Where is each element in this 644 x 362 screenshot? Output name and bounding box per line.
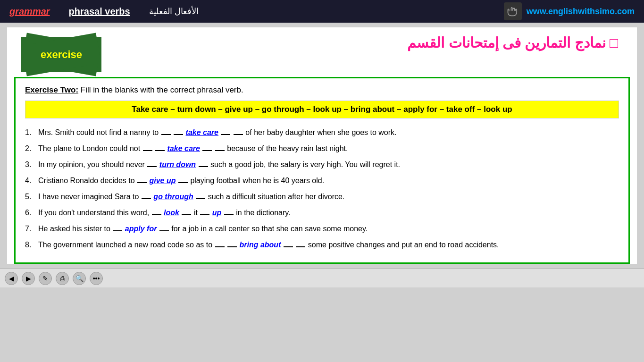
nav-forward-button[interactable]: ▶ (22, 272, 35, 285)
blank-line (155, 150, 165, 151)
sentence-item: 5. I have never imagined Sara to go thro… (25, 191, 619, 202)
exercise-instruction: Exercise Two: Fill in the blanks with th… (25, 85, 619, 95)
blank-line (182, 214, 191, 215)
blank-line (174, 134, 183, 135)
nav-zoom-button[interactable]: 🔍 (73, 272, 86, 285)
blank-line (152, 214, 161, 215)
blank-line (196, 198, 205, 199)
blank-line (284, 246, 293, 247)
sentence-number: 5. (25, 191, 38, 202)
sentence-text: The plane to London could not take care … (38, 143, 619, 154)
blank-line (161, 134, 171, 135)
sentence-number: 7. (25, 223, 38, 235)
header: grammar phrasal verbs الأفعال الفعلية ww… (0, 0, 644, 23)
blank-line (142, 198, 151, 199)
sentence-number: 1. (25, 127, 38, 138)
answer-7: apply for (125, 225, 157, 233)
website-label: www.englishwithsimo.com (527, 7, 635, 17)
arabic-title-text: نمادج التمارين فى إمتحانات القسم (407, 35, 605, 51)
website-brand: englishwithsimo (548, 7, 615, 16)
grammar-label: grammar (9, 6, 50, 17)
blank-line (224, 214, 234, 215)
exercise-badge-container: exercise (21, 37, 101, 72)
answer-5: go through (153, 193, 193, 201)
sentence-text: Mrs. Smith could not find a nanny to tak… (38, 127, 619, 138)
header-right: www.englishwithsimo.com (504, 2, 635, 20)
answer-3: turn down (159, 160, 196, 168)
sentence-text: He asked his sister to apply for for a j… (38, 223, 619, 235)
website-suffix: .com (615, 7, 635, 16)
phrasal-label: phrasal verbs (69, 6, 130, 17)
logo-icon (504, 2, 522, 20)
answer-4: give up (149, 177, 176, 185)
exercise-badge-label: exercise (21, 37, 101, 72)
sentence-number: 6. (25, 207, 38, 219)
exercise-section-header: exercise □ نمادج التمارين فى إمتحانات ال… (7, 27, 637, 75)
nav-back-button[interactable]: ◀ (5, 272, 18, 285)
blank-line (202, 150, 212, 151)
sentence-item: 2. The plane to London could not take ca… (25, 143, 619, 154)
bottom-nav-bar: ◀ ▶ ✎ ⎙ 🔍 ••• (0, 269, 644, 287)
answer-6b: up (212, 209, 222, 217)
sentence-text: The government launched a new road code … (38, 239, 619, 251)
arabic-topic-label: الأفعال الفعلية (149, 6, 199, 17)
sentence-number: 4. (25, 175, 38, 186)
blank-line (143, 150, 152, 151)
blank-line (227, 246, 237, 247)
sentence-number: 8. (25, 239, 38, 251)
blank-line (221, 134, 230, 135)
sentence-text: Cristiano Ronaldo decides to give up pla… (38, 175, 619, 186)
exercise-badge: exercise (21, 37, 101, 72)
header-left: grammar phrasal verbs الأفعال الفعلية (9, 6, 199, 17)
blank-line (199, 166, 208, 167)
sentence-item: 6. If you don't understand this word, lo… (25, 207, 619, 219)
answer-1: take care (186, 128, 218, 136)
exercise-instruction-text: Fill in the blanks with the correct phra… (81, 85, 243, 94)
word-bank: Take care – turn down – give up – go thr… (25, 101, 619, 118)
answer-2: take care (167, 144, 200, 152)
blank-line (159, 230, 169, 231)
main-content: exercise □ نمادج التمارين فى إمتحانات ال… (7, 27, 637, 264)
sentence-item: 1. Mrs. Smith could not find a nanny to … (25, 127, 619, 138)
checkbox-symbol: □ (610, 35, 618, 51)
blank-line (113, 230, 122, 231)
sentence-number: 3. (25, 159, 38, 170)
answer-6a: look (164, 209, 179, 217)
blank-line (178, 182, 188, 183)
blank-line (147, 166, 157, 167)
exercise-box: Exercise Two: Fill in the blanks with th… (14, 77, 630, 264)
answer-8: bring about (239, 241, 281, 249)
blank-line (200, 214, 209, 215)
sentence-item: 4. Cristiano Ronaldo decides to give up … (25, 175, 619, 186)
blank-line (234, 134, 243, 135)
sentence-number: 2. (25, 143, 38, 154)
sentence-item: 8. The government launched a new road co… (25, 239, 619, 251)
sentence-text: I have never imagined Sara to go through… (38, 191, 619, 202)
sentences-list: 1. Mrs. Smith could not find a nanny to … (25, 127, 619, 251)
blank-line (296, 246, 305, 247)
nav-print-button[interactable]: ⎙ (56, 272, 69, 285)
blank-line (137, 182, 147, 183)
sentence-text: If you don't understand this word, look … (38, 207, 619, 219)
nav-more-button[interactable]: ••• (90, 272, 103, 285)
blank-line (215, 150, 225, 151)
blank-line (215, 246, 225, 247)
sentence-item: 7. He asked his sister to apply for for … (25, 223, 619, 235)
sentence-item: 3. In my opinion, you should never turn … (25, 159, 619, 170)
website-prefix: www. (527, 7, 548, 16)
nav-edit-button[interactable]: ✎ (39, 272, 52, 285)
arabic-page-title: □ نمادج التمارين فى إمتحانات القسم (101, 32, 627, 51)
exercise-title: Exercise Two: (25, 85, 78, 94)
sentence-text: In my opinion, you should never turn dow… (38, 159, 619, 170)
